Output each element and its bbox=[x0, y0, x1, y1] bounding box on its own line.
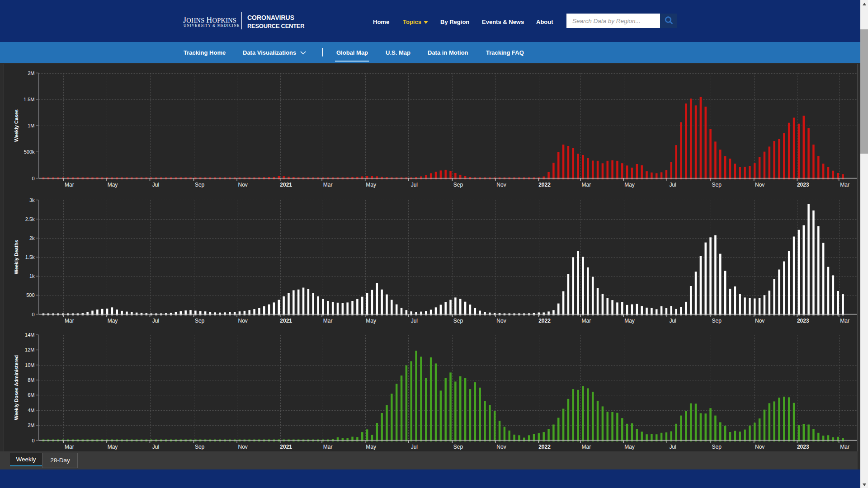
svg-text:Nov: Nov bbox=[496, 182, 506, 188]
svg-text:Mar: Mar bbox=[582, 444, 591, 450]
svg-text:2022: 2022 bbox=[538, 182, 551, 188]
svg-text:Jul: Jul bbox=[411, 318, 418, 324]
svg-text:2022: 2022 bbox=[538, 318, 551, 324]
svg-text:May: May bbox=[366, 318, 376, 324]
svg-text:Mar: Mar bbox=[840, 318, 849, 324]
svg-text:Mar: Mar bbox=[582, 182, 591, 188]
svg-text:Nov: Nov bbox=[755, 444, 764, 450]
svg-text:Mar: Mar bbox=[323, 318, 333, 324]
svg-text:Sep: Sep bbox=[712, 444, 722, 450]
svg-text:Sep: Sep bbox=[453, 444, 463, 450]
svg-text:2021: 2021 bbox=[280, 182, 292, 188]
svg-text:2023: 2023 bbox=[797, 444, 809, 450]
svg-text:Mar: Mar bbox=[65, 444, 74, 450]
svg-text:Nov: Nov bbox=[755, 182, 764, 188]
svg-text:Weekly Deaths: Weekly Deaths bbox=[14, 240, 19, 274]
svg-text:Nov: Nov bbox=[496, 444, 506, 450]
svg-text:Sep: Sep bbox=[195, 318, 205, 324]
svg-text:Jul: Jul bbox=[669, 318, 676, 324]
svg-text:Nov: Nov bbox=[238, 444, 248, 450]
svg-text:Nov: Nov bbox=[755, 318, 764, 324]
svg-text:2022: 2022 bbox=[538, 444, 551, 450]
svg-text:0: 0 bbox=[32, 176, 34, 181]
svg-text:May: May bbox=[624, 444, 635, 450]
svg-text:1M: 1M bbox=[28, 123, 34, 128]
svg-text:Mar: Mar bbox=[65, 318, 74, 324]
svg-text:Weekly Cases: Weekly Cases bbox=[14, 109, 19, 142]
svg-text:Sep: Sep bbox=[195, 182, 205, 188]
svg-text:Nov: Nov bbox=[238, 318, 248, 324]
svg-text:Nov: Nov bbox=[496, 318, 506, 324]
svg-text:Sep: Sep bbox=[453, 182, 463, 188]
svg-text:2021: 2021 bbox=[280, 444, 292, 450]
svg-text:2021: 2021 bbox=[280, 318, 292, 324]
svg-text:Sep: Sep bbox=[712, 318, 722, 324]
svg-text:May: May bbox=[624, 318, 635, 324]
svg-text:6M: 6M bbox=[28, 392, 34, 398]
svg-text:0: 0 bbox=[32, 312, 34, 317]
svg-text:Mar: Mar bbox=[840, 444, 849, 450]
svg-text:Weekly Doses Administered: Weekly Doses Administered bbox=[14, 355, 19, 420]
svg-text:2k: 2k bbox=[29, 235, 35, 241]
svg-text:Jul: Jul bbox=[669, 182, 676, 188]
svg-text:Mar: Mar bbox=[323, 444, 333, 450]
svg-text:Jul: Jul bbox=[152, 182, 159, 188]
svg-text:May: May bbox=[366, 444, 376, 450]
svg-text:Sep: Sep bbox=[195, 444, 205, 450]
svg-text:May: May bbox=[366, 182, 376, 188]
svg-text:3k: 3k bbox=[29, 197, 35, 203]
svg-text:Jul: Jul bbox=[669, 444, 676, 450]
svg-text:Sep: Sep bbox=[712, 182, 722, 188]
svg-text:Mar: Mar bbox=[840, 182, 849, 188]
svg-text:Mar: Mar bbox=[582, 318, 591, 324]
svg-text:1.5M: 1.5M bbox=[24, 97, 34, 102]
svg-text:2023: 2023 bbox=[797, 182, 809, 188]
svg-text:500k: 500k bbox=[24, 149, 35, 155]
svg-text:2.5k: 2.5k bbox=[25, 216, 35, 222]
svg-text:Mar: Mar bbox=[65, 182, 74, 188]
svg-text:4M: 4M bbox=[28, 408, 34, 413]
svg-text:12M: 12M bbox=[25, 347, 34, 352]
svg-text:1k: 1k bbox=[29, 273, 35, 279]
svg-text:Jul: Jul bbox=[152, 318, 159, 324]
svg-text:May: May bbox=[624, 182, 635, 188]
svg-text:2M: 2M bbox=[28, 422, 34, 428]
svg-text:May: May bbox=[108, 182, 118, 188]
svg-text:2M: 2M bbox=[28, 70, 34, 76]
svg-text:May: May bbox=[108, 318, 118, 324]
svg-text:0: 0 bbox=[32, 438, 34, 443]
svg-text:May: May bbox=[108, 444, 118, 450]
svg-text:Sep: Sep bbox=[453, 318, 463, 324]
svg-text:8M: 8M bbox=[28, 377, 34, 383]
svg-text:2023: 2023 bbox=[797, 318, 809, 324]
svg-text:10M: 10M bbox=[25, 362, 34, 368]
svg-text:Nov: Nov bbox=[238, 182, 248, 188]
svg-text:1.5k: 1.5k bbox=[25, 254, 35, 260]
svg-text:14M: 14M bbox=[25, 332, 34, 338]
svg-text:Jul: Jul bbox=[411, 182, 418, 188]
svg-text:500: 500 bbox=[26, 292, 34, 298]
svg-text:Jul: Jul bbox=[411, 444, 418, 450]
svg-text:Jul: Jul bbox=[152, 444, 159, 450]
svg-text:Mar: Mar bbox=[323, 182, 333, 188]
